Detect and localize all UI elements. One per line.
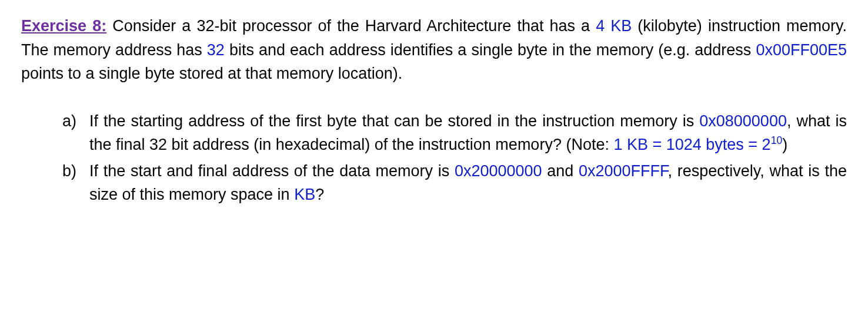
b-text-2: and	[542, 162, 579, 180]
b-text-4: ?	[315, 186, 324, 203]
question-a: a) If the starting address of the first …	[62, 109, 847, 157]
intro-value-3: 0x00FF00E5	[756, 41, 847, 59]
exercise-label: Exercise 8:	[21, 17, 106, 35]
intro-text-4: points to a single byte stored at that m…	[21, 65, 402, 82]
a-value-1: 0x08000000	[699, 112, 787, 130]
b-value-1: 0x20000000	[455, 162, 542, 180]
a-text-1: If the starting address of the first byt…	[89, 112, 699, 130]
intro-value-1: 4 KB	[596, 17, 632, 35]
intro-text-3: bits and each address identifies a singl…	[225, 41, 756, 59]
intro-text-1: Consider a 32-bit processor of the Harva…	[106, 17, 596, 35]
question-b: b) If the start and final address of the…	[62, 159, 847, 207]
marker-a: a)	[62, 109, 89, 157]
b-value-2: 0x2000FFFF	[579, 162, 668, 180]
b-text-1: If the start and final address of the da…	[89, 162, 455, 180]
question-b-body: If the start and final address of the da…	[89, 159, 847, 207]
question-list: a) If the starting address of the first …	[21, 109, 847, 207]
exercise-intro: Exercise 8: Consider a 32-bit processor …	[21, 14, 847, 86]
intro-value-2: 32	[207, 41, 225, 59]
question-a-body: If the starting address of the first byt…	[89, 109, 847, 157]
a-text-3: )	[782, 136, 787, 153]
b-value-3: KB	[294, 186, 315, 203]
a-value-2: 1 KB = 1024 bytes = 210	[613, 136, 782, 153]
marker-b: b)	[62, 159, 89, 207]
